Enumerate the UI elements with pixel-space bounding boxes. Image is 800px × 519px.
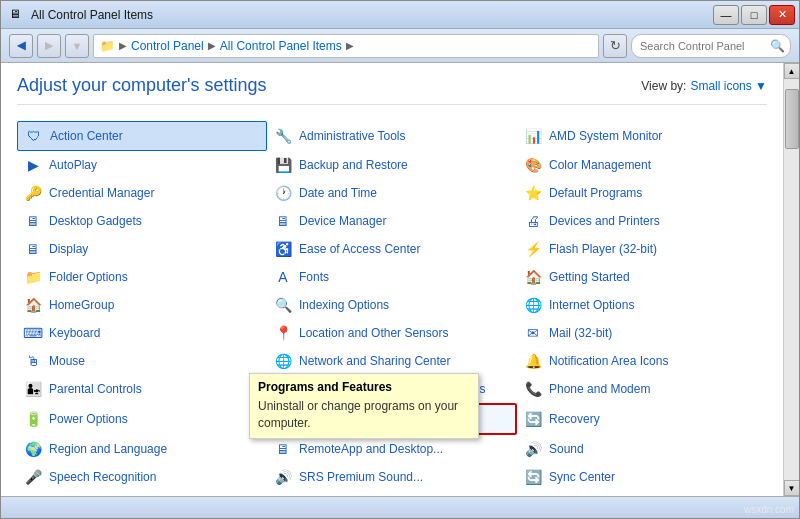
- item-label-devices-printers: Devices and Printers: [549, 214, 660, 228]
- item-remoteapp[interactable]: 🖥RemoteApp and Desktop...: [267, 435, 517, 463]
- status-bar: [1, 496, 799, 518]
- item-amd-system-monitor[interactable]: 📊AMD System Monitor: [517, 121, 767, 151]
- item-sound[interactable]: 🔊Sound: [517, 435, 767, 463]
- view-by-label: View by:: [641, 79, 686, 93]
- item-icon-date-time: 🕐: [273, 183, 293, 203]
- item-default-programs[interactable]: ⭐Default Programs: [517, 179, 767, 207]
- item-label-ease-access: Ease of Access Center: [299, 242, 420, 256]
- breadcrumb-control-panel[interactable]: Control Panel: [131, 39, 204, 53]
- scrollbar: ▲ ▼: [783, 63, 799, 496]
- item-icon-remoteapp: 🖥: [273, 439, 293, 459]
- item-action-center[interactable]: 🛡Action Center: [17, 121, 267, 151]
- item-flash-player[interactable]: ⚡Flash Player (32-bit): [517, 235, 767, 263]
- item-icon-power-options: 🔋: [23, 409, 43, 429]
- minimize-button[interactable]: —: [713, 5, 739, 25]
- item-homegroup[interactable]: 🏠HomeGroup: [17, 291, 267, 319]
- forward-button[interactable]: ▶: [37, 34, 61, 58]
- item-keyboard[interactable]: ⌨Keyboard: [17, 319, 267, 347]
- item-mail[interactable]: ✉Mail (32-bit): [517, 319, 767, 347]
- item-recovery[interactable]: 🔄Recovery: [517, 403, 767, 435]
- item-icon-default-programs: ⭐: [523, 183, 543, 203]
- title-bar-buttons: — □ ✕: [713, 5, 795, 25]
- item-speech-recognition[interactable]: 🎤Speech Recognition: [17, 463, 267, 491]
- item-label-power-options: Power Options: [49, 412, 128, 426]
- item-autoplay[interactable]: ▶AutoPlay: [17, 151, 267, 179]
- window: 🖥 All Control Panel Items — □ ✕ ◀ ▶ ▼ 📁 …: [0, 0, 800, 519]
- page-title: Adjust your computer's settings: [17, 75, 267, 96]
- scroll-track: [784, 79, 800, 480]
- item-display[interactable]: 🖥Display: [17, 235, 267, 263]
- item-label-folder-options: Folder Options: [49, 270, 128, 284]
- item-sync-center[interactable]: 🔄Sync Center: [517, 463, 767, 491]
- item-device-manager[interactable]: 🖥Device Manager: [267, 207, 517, 235]
- item-label-recovery: Recovery: [549, 412, 600, 426]
- item-system[interactable]: 💻System: [17, 491, 267, 496]
- item-srs-audio[interactable]: 🔊SRS Premium Sound...: [267, 463, 517, 491]
- item-label-display: Display: [49, 242, 88, 256]
- search-input[interactable]: [631, 34, 791, 58]
- item-ease-access[interactable]: ♿Ease of Access Center: [267, 235, 517, 263]
- maximize-button[interactable]: □: [741, 5, 767, 25]
- item-icon-devices-printers: 🖨: [523, 211, 543, 231]
- item-troubleshooting[interactable]: 🔧Troubleshooting: [517, 491, 767, 496]
- item-label-parental-controls: Parental Controls: [49, 382, 142, 396]
- item-label-amd-system-monitor: AMD System Monitor: [549, 129, 662, 143]
- item-color-management[interactable]: 🎨Color Management: [517, 151, 767, 179]
- item-network-sharing[interactable]: 🌐Network and Sharing Center: [267, 347, 517, 375]
- item-parental-controls[interactable]: 👨‍👧Parental Controls: [17, 375, 267, 403]
- scroll-up-button[interactable]: ▲: [784, 63, 800, 79]
- item-label-color-management: Color Management: [549, 158, 651, 172]
- item-icon-ease-access: ♿: [273, 239, 293, 259]
- scroll-thumb[interactable]: [785, 89, 799, 149]
- item-internet-options[interactable]: 🌐Internet Options: [517, 291, 767, 319]
- item-mouse[interactable]: 🖱Mouse: [17, 347, 267, 375]
- item-icon-mouse: 🖱: [23, 351, 43, 371]
- item-indexing-options[interactable]: 🔍Indexing Options: [267, 291, 517, 319]
- item-label-sound: Sound: [549, 442, 584, 456]
- scroll-down-button[interactable]: ▼: [784, 480, 800, 496]
- item-desktop-gadgets[interactable]: 🖥Desktop Gadgets: [17, 207, 267, 235]
- item-icon-region-language: 🌍: [23, 439, 43, 459]
- close-button[interactable]: ✕: [769, 5, 795, 25]
- items-grid: 🛡Action Center🔧Administrative Tools📊AMD …: [17, 121, 767, 496]
- item-region-language[interactable]: 🌍Region and Language: [17, 435, 267, 463]
- window-icon: 🖥: [9, 7, 25, 23]
- folder-icon: 📁: [100, 39, 115, 53]
- item-icon-action-center: 🛡: [24, 126, 44, 146]
- item-icon-folder-options: 📁: [23, 267, 43, 287]
- item-label-network-sharing: Network and Sharing Center: [299, 354, 450, 368]
- dropdown-nav-button[interactable]: ▼: [65, 34, 89, 58]
- search-wrapper: 🔍: [631, 34, 791, 58]
- item-credential-manager[interactable]: 🔑Credential Manager: [17, 179, 267, 207]
- window-title: All Control Panel Items: [31, 8, 153, 22]
- item-icon-credential-manager: 🔑: [23, 183, 43, 203]
- breadcrumb-all-items[interactable]: All Control Panel Items: [220, 39, 342, 53]
- tooltip-title: Programs and Features: [258, 380, 470, 394]
- item-power-options[interactable]: 🔋Power Options: [17, 403, 267, 435]
- breadcrumb-bar: 📁 ▶ Control Panel ▶ All Control Panel It…: [93, 34, 599, 58]
- item-label-homegroup: HomeGroup: [49, 298, 114, 312]
- item-icon-display: 🖥: [23, 239, 43, 259]
- item-icon-notification-icons: 🔔: [523, 351, 543, 371]
- item-date-time[interactable]: 🕐Date and Time: [267, 179, 517, 207]
- item-fonts[interactable]: AFonts: [267, 263, 517, 291]
- item-notification-icons[interactable]: 🔔Notification Area Icons: [517, 347, 767, 375]
- item-administrative-tools[interactable]: 🔧Administrative Tools: [267, 121, 517, 151]
- view-by-value[interactable]: Small icons ▼: [690, 79, 767, 93]
- search-icon[interactable]: 🔍: [770, 39, 785, 53]
- item-backup-restore[interactable]: 💾Backup and Restore: [267, 151, 517, 179]
- item-location-sensors[interactable]: 📍Location and Other Sensors: [267, 319, 517, 347]
- item-devices-printers[interactable]: 🖨Devices and Printers: [517, 207, 767, 235]
- item-getting-started[interactable]: 🏠Getting Started: [517, 263, 767, 291]
- item-folder-options[interactable]: 📁Folder Options: [17, 263, 267, 291]
- item-icon-location-sensors: 📍: [273, 323, 293, 343]
- item-label-internet-options: Internet Options: [549, 298, 634, 312]
- item-icon-taskbar: 📌: [273, 495, 293, 496]
- item-phone-modem[interactable]: 📞Phone and Modem: [517, 375, 767, 403]
- item-label-default-programs: Default Programs: [549, 186, 642, 200]
- back-button[interactable]: ◀: [9, 34, 33, 58]
- item-taskbar[interactable]: 📌Taskbar and Start Menu: [267, 491, 517, 496]
- refresh-button[interactable]: ↻: [603, 34, 627, 58]
- item-icon-system: 💻: [23, 495, 43, 496]
- item-icon-parental-controls: 👨‍👧: [23, 379, 43, 399]
